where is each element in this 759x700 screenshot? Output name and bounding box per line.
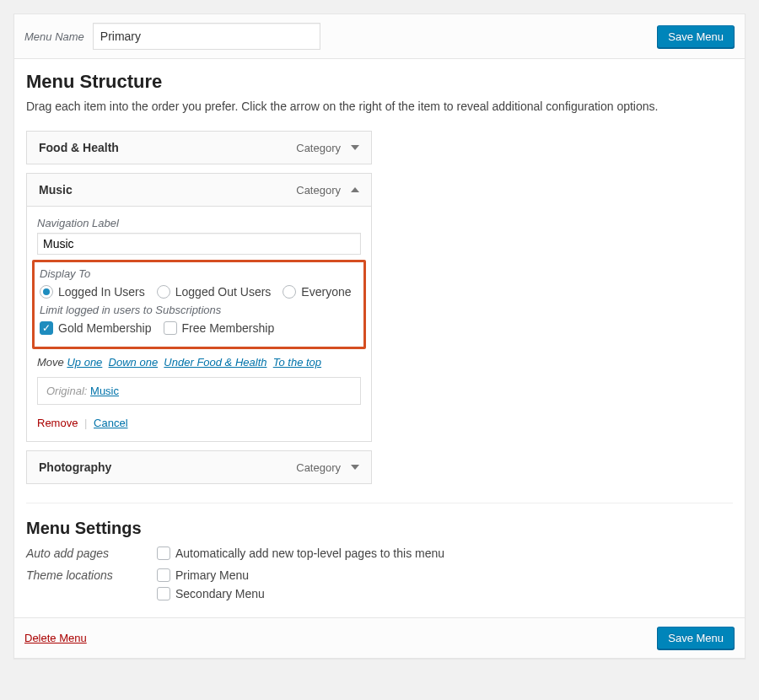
checkbox-label: Secondary Menu	[175, 587, 265, 600]
original-label: Original:	[46, 385, 87, 397]
subscription-options: Gold Membership Free Membership	[40, 321, 358, 335]
original-link[interactable]: Music	[90, 385, 119, 397]
chevron-down-icon[interactable]	[351, 145, 359, 150]
radio-icon	[40, 285, 53, 299]
radio-icon	[157, 285, 170, 299]
separator: |	[84, 417, 87, 429]
menu-name-label: Menu Name	[24, 30, 84, 43]
checkbox-label: Free Membership	[182, 321, 275, 335]
radio-everyone[interactable]: Everyone	[283, 285, 351, 299]
structure-description: Drag each item into the order you prefer…	[26, 98, 733, 116]
theme-locations-label: Theme locations	[26, 568, 157, 600]
display-to-label: Display To	[40, 267, 358, 280]
header-bar: Menu Name Save Menu	[14, 14, 745, 59]
checkbox-icon	[157, 587, 170, 600]
theme-location-primary[interactable]: Primary Menu	[157, 568, 265, 582]
menu-item-type: Category	[296, 142, 359, 154]
save-menu-button-top[interactable]: Save Menu	[657, 25, 735, 48]
chevron-up-icon[interactable]	[351, 187, 359, 192]
checkbox-icon	[164, 321, 177, 335]
move-up-link[interactable]: Up one	[67, 356, 102, 369]
checkbox-label: Gold Membership	[58, 321, 152, 335]
chevron-down-icon[interactable]	[351, 465, 359, 470]
menu-name-input[interactable]	[93, 23, 320, 50]
menu-item-title: Food & Health	[39, 141, 119, 154]
radio-label: Everyone	[301, 285, 351, 299]
menu-item: Food & Health Category	[26, 131, 372, 164]
cancel-link[interactable]: Cancel	[94, 417, 127, 429]
theme-locations-row: Theme locations Primary Menu Secondary M…	[26, 568, 733, 600]
checkbox-label: Primary Menu	[175, 568, 249, 582]
nav-label-label: Navigation Label	[37, 217, 361, 229]
menu-item: Music Category Navigation Label Display …	[26, 173, 372, 442]
auto-add-row: Auto add pages Automatically add new top…	[26, 547, 733, 560]
checkbox-icon	[157, 547, 170, 560]
footer-bar: Delete Menu Save Menu	[14, 617, 745, 658]
menu-item-type-label: Category	[296, 461, 341, 474]
menu-item-bar[interactable]: Food & Health Category	[27, 132, 371, 164]
remove-link[interactable]: Remove	[37, 417, 78, 429]
divider	[26, 503, 733, 503]
visibility-highlight-box: Display To Logged In Users Logged Out Us…	[32, 260, 366, 349]
structure-heading: Menu Structure	[26, 71, 733, 93]
menu-item-type-label: Category	[296, 184, 341, 197]
move-row: Move Up one Down one Under Food & Health…	[37, 356, 361, 369]
menu-item-settings: Navigation Label Display To Logged In Us…	[27, 206, 371, 441]
checkbox-gold[interactable]: Gold Membership	[40, 321, 152, 335]
auto-add-label: Auto add pages	[26, 547, 157, 560]
radio-logged-in[interactable]: Logged In Users	[40, 285, 145, 299]
menu-editor-panel: Menu Name Save Menu Menu Structure Drag …	[13, 13, 746, 659]
original-box: Original: Music	[37, 377, 361, 405]
menu-item-type: Category	[296, 461, 359, 474]
display-to-options: Logged In Users Logged Out Users Everyon…	[40, 285, 358, 299]
radio-logged-out[interactable]: Logged Out Users	[157, 285, 272, 299]
nav-label-input[interactable]	[37, 233, 361, 255]
limit-subscriptions-label: Limit logged in users to Subscriptions	[40, 304, 358, 316]
move-under-link[interactable]: Under Food & Health	[164, 356, 266, 369]
item-actions: Remove | Cancel	[37, 417, 361, 429]
menu-item-bar[interactable]: Music Category	[27, 174, 371, 206]
move-label: Move	[37, 356, 64, 369]
checkbox-label: Automatically add new top-level pages to…	[175, 547, 444, 560]
radio-label: Logged Out Users	[175, 285, 272, 299]
delete-menu-link[interactable]: Delete Menu	[24, 632, 87, 644]
menu-item: Photography Category	[26, 450, 372, 484]
menu-item-bar[interactable]: Photography Category	[27, 451, 371, 483]
move-down-link[interactable]: Down one	[109, 356, 159, 369]
radio-icon	[283, 285, 296, 299]
menu-item-type-label: Category	[296, 142, 341, 154]
menu-item-title: Music	[39, 183, 73, 197]
checkbox-icon	[157, 568, 170, 582]
checkbox-icon	[40, 321, 53, 335]
auto-add-checkbox[interactable]: Automatically add new top-level pages to…	[157, 547, 444, 560]
theme-location-secondary[interactable]: Secondary Menu	[157, 587, 265, 600]
panel-body: Menu Structure Drag each item into the o…	[14, 59, 745, 617]
menu-item-type: Category	[296, 184, 359, 197]
menu-item-title: Photography	[39, 460, 111, 474]
menu-name-field: Menu Name	[24, 23, 320, 50]
checkbox-free[interactable]: Free Membership	[164, 321, 275, 335]
radio-label: Logged In Users	[58, 285, 145, 299]
save-menu-button-bottom[interactable]: Save Menu	[657, 627, 735, 649]
menu-settings-heading: Menu Settings	[26, 519, 733, 538]
move-top-link[interactable]: To the top	[273, 356, 321, 369]
